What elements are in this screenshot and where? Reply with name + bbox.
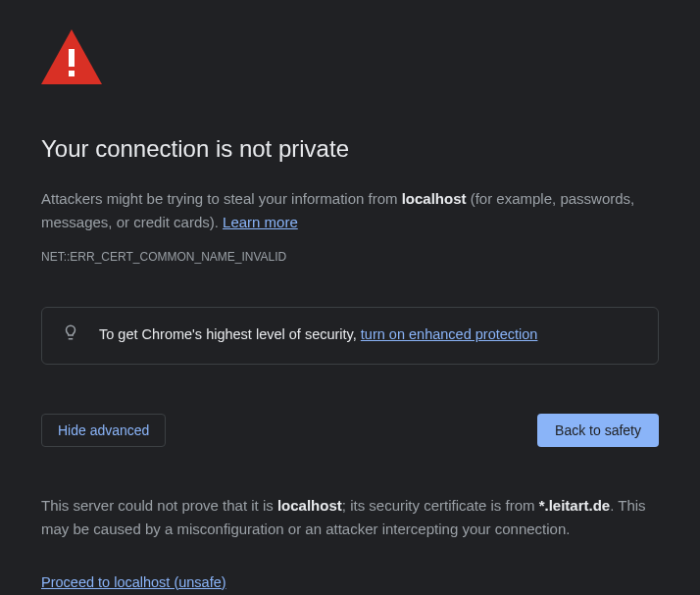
description-prefix: Attackers might be trying to steal your … xyxy=(41,190,402,207)
svg-rect-2 xyxy=(69,71,75,76)
advanced-prefix: This server could not prove that it is xyxy=(41,497,277,514)
advanced-cert-domain: *.leitart.de xyxy=(539,497,611,514)
svg-rect-1 xyxy=(69,49,75,67)
proceed-unsafe-link[interactable]: Proceed to localhost (unsafe) xyxy=(41,574,226,590)
learn-more-link[interactable]: Learn more xyxy=(223,214,298,230)
lightbulb-icon xyxy=(62,323,79,348)
warning-triangle-icon xyxy=(41,29,659,91)
advanced-host: localhost xyxy=(277,497,342,514)
page-title: Your connection is not private xyxy=(41,130,659,168)
description-host: localhost xyxy=(402,190,467,207)
tip-text: To get Chrome's highest level of securit… xyxy=(99,323,537,346)
back-to-safety-button[interactable]: Back to safety xyxy=(537,414,659,447)
enhanced-protection-tip: To get Chrome's highest level of securit… xyxy=(41,307,659,365)
advanced-mid: ; its security certificate is from xyxy=(342,497,539,514)
error-code: NET::ERR_CERT_COMMON_NAME_INVALID xyxy=(41,248,659,267)
hide-advanced-button[interactable]: Hide advanced xyxy=(41,414,166,447)
enhanced-protection-link[interactable]: turn on enhanced protection xyxy=(361,326,538,342)
advanced-details: This server could not prove that it is l… xyxy=(41,494,659,541)
button-row: Hide advanced Back to safety xyxy=(41,414,659,447)
warning-description: Attackers might be trying to steal your … xyxy=(41,187,659,234)
tip-prefix: To get Chrome's highest level of securit… xyxy=(99,326,361,342)
